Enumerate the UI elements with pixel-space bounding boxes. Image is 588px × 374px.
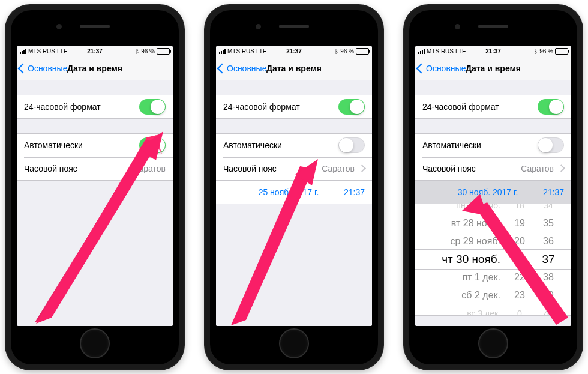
page-title: Дата и время	[466, 64, 521, 73]
battery-percent: 96 %	[340, 48, 354, 55]
cell-label: Автоматически	[223, 140, 338, 150]
cell-label: Часовой пояс	[422, 164, 521, 173]
timezone-value: Саратов	[521, 164, 554, 173]
chevron-left-icon	[217, 63, 227, 73]
battery-icon	[157, 48, 170, 55]
date-time-row[interactable]: 25 нояб. 2017 г. 21:37	[216, 181, 372, 204]
status-time: 21:37	[485, 48, 501, 55]
phone-frame: MTS RUS LTE 21:37 ᛒ 96 % Основные Дата и…	[5, 4, 185, 370]
picker-col-hour[interactable]: 18 19 20 21 22 23 0	[505, 204, 534, 315]
switch-24h[interactable]	[139, 99, 166, 115]
network-label: LTE	[256, 48, 267, 55]
phone-frame: MTS RUS LTE 21:37 ᛒ 96 % Основные Дата и…	[204, 4, 384, 370]
home-button[interactable]	[279, 328, 309, 358]
cell-label: 24-часовой формат	[223, 102, 338, 112]
back-label: Основные	[28, 64, 67, 73]
home-button[interactable]	[80, 328, 110, 358]
status-time: 21:37	[87, 48, 103, 55]
nav-bar: Основные Дата и время	[17, 57, 173, 80]
switch-24h[interactable]	[338, 99, 365, 115]
setting-24h-format: 24-часовой формат	[216, 95, 372, 119]
selected-date: 30 нояб. 2017 г.	[422, 187, 535, 197]
bluetooth-icon: ᛒ	[534, 48, 538, 55]
switch-automatic[interactable]	[139, 137, 166, 153]
timezone-value: Саратов	[133, 164, 166, 173]
date-time-picker[interactable]: пн 27 нояб. вт 28 нояб. ср 29 нояб. чт 3…	[415, 204, 571, 316]
setting-24h-format: 24-часовой формат	[415, 95, 571, 119]
carrier-label: MTS RUS	[427, 48, 454, 55]
selected-time: 21:37	[535, 187, 564, 197]
chevron-right-icon	[557, 164, 565, 172]
nav-bar: Основные Дата и время	[216, 57, 372, 80]
setting-24h-format: 24-часовой формат	[17, 95, 173, 119]
chevron-left-icon	[416, 63, 427, 73]
page-title: Дата и время	[266, 64, 322, 73]
cell-label: Часовой пояс	[223, 164, 322, 173]
cell-label: 24-часовой формат	[422, 102, 538, 112]
screen: MTS RUS LTE 21:37 ᛒ 96 % Основные Дата и…	[17, 46, 173, 326]
status-time: 21:37	[286, 48, 302, 55]
phone-frame: MTS RUS LTE 21:37 ᛒ 96 % Основные Дата и…	[403, 4, 583, 370]
signal-icon	[418, 49, 425, 54]
switch-automatic[interactable]	[338, 137, 365, 153]
setting-automatic: Автоматически	[216, 133, 372, 157]
chevron-left-icon	[18, 63, 28, 73]
screen: MTS RUS LTE 21:37 ᛒ 96 % Основные Дата и…	[415, 46, 571, 326]
timezone-value: Саратов	[322, 164, 355, 173]
cell-label: Автоматически	[422, 140, 538, 150]
carrier-label: MTS RUS	[28, 48, 55, 55]
bluetooth-icon: ᛒ	[136, 48, 139, 55]
setting-timezone[interactable]: Часовой пояс Саратов	[216, 157, 372, 181]
screen: MTS RUS LTE 21:37 ᛒ 96 % Основные Дата и…	[216, 46, 372, 326]
status-bar: MTS RUS LTE 21:37 ᛒ 96 %	[17, 46, 173, 57]
picker-col-minute[interactable]: 34 35 36 37 38 39 40	[534, 204, 563, 315]
setting-automatic: Автоматически	[415, 133, 571, 157]
selected-date: 25 нояб. 2017 г.	[223, 187, 336, 197]
date-time-row[interactable]: 30 нояб. 2017 г. 21:37	[415, 181, 571, 204]
bluetooth-icon: ᛒ	[335, 48, 338, 55]
page-title: Дата и время	[67, 64, 122, 73]
setting-automatic: Автоматически	[17, 133, 173, 157]
signal-icon	[20, 49, 26, 54]
battery-icon	[555, 48, 568, 55]
cell-label: Часовой пояс	[24, 164, 133, 173]
picker-col-date[interactable]: пн 27 нояб. вт 28 нояб. ср 29 нояб. чт 3…	[415, 204, 505, 315]
carrier-label: MTS RUS	[227, 48, 254, 55]
network-label: LTE	[57, 48, 68, 55]
selected-time: 21:37	[336, 187, 365, 197]
network-label: LTE	[455, 48, 466, 55]
battery-percent: 96 %	[141, 48, 155, 55]
battery-icon	[356, 48, 369, 55]
back-button[interactable]: Основные	[17, 64, 67, 73]
back-button[interactable]: Основные	[216, 64, 266, 73]
switch-automatic[interactable]	[538, 137, 564, 153]
battery-percent: 96 %	[539, 48, 553, 55]
status-bar: MTS RUS LTE 21:37 ᛒ 96 %	[216, 46, 372, 57]
back-label: Основные	[227, 64, 266, 73]
setting-timezone[interactable]: Часовой пояс Саратов	[415, 157, 571, 181]
setting-timezone[interactable]: Часовой пояс Саратов	[17, 157, 173, 181]
home-button[interactable]	[478, 328, 508, 358]
back-label: Основные	[426, 64, 466, 73]
nav-bar: Основные Дата и время	[415, 57, 571, 80]
status-bar: MTS RUS LTE 21:37 ᛒ 96 %	[415, 46, 571, 57]
cell-label: Автоматически	[24, 140, 139, 150]
chevron-right-icon	[358, 164, 366, 172]
switch-24h[interactable]	[538, 99, 564, 115]
signal-icon	[219, 49, 226, 54]
cell-label: 24-часовой формат	[24, 102, 139, 112]
back-button[interactable]: Основные	[415, 64, 466, 73]
